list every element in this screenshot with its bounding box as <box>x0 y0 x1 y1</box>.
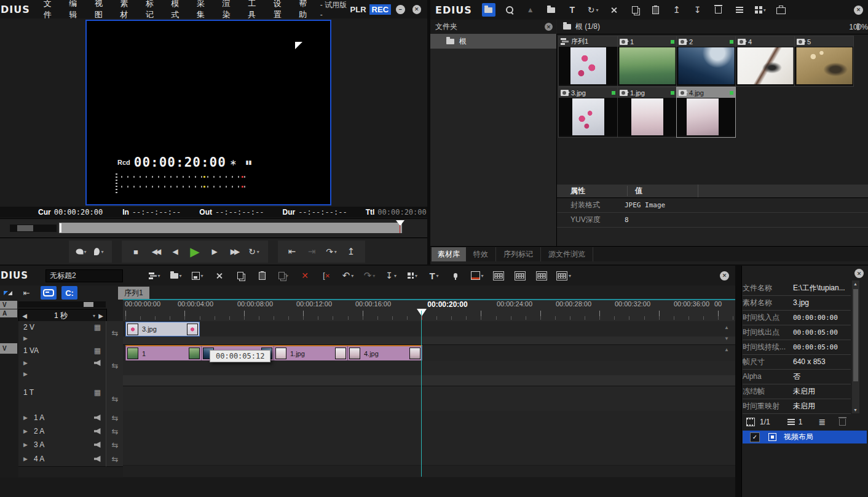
asset-card-4jpg-selected[interactable]: 4.jpg <box>676 87 736 138</box>
menu-tools[interactable]: 工具 <box>248 0 263 20</box>
lane-1t[interactable] <box>123 386 735 412</box>
lane-1va-audio[interactable] <box>123 361 735 375</box>
play-around-button[interactable]: ↷▾ <box>325 245 338 258</box>
edge-tab-v[interactable]: V <box>0 301 17 309</box>
asset-card-5[interactable]: 5 <box>794 36 854 87</box>
open-project-button[interactable]: ▾ <box>169 269 183 282</box>
timeline-close-icon[interactable]: ✕ <box>720 271 729 280</box>
rec-mode-button[interactable]: REC <box>369 4 391 15</box>
ripple-mode-button[interactable] <box>41 286 57 300</box>
track-sync-2a[interactable]: ⇆ <box>106 424 124 439</box>
export-button[interactable]: ↥ <box>344 245 358 258</box>
track-sync-1a[interactable]: ⇆ <box>106 411 124 425</box>
add-marker-button[interactable]: ↧▾ <box>384 269 398 282</box>
asset-card-3jpg[interactable]: 3.jpg <box>558 87 618 138</box>
keyboard-panel-button-1[interactable] <box>492 269 505 282</box>
bin-new-title-button[interactable]: T <box>566 3 579 17</box>
title-button[interactable]: T▾ <box>427 269 441 282</box>
tab-bin[interactable]: 素材库 <box>432 247 466 261</box>
speaker-icon[interactable] <box>94 415 101 421</box>
track-patch-button[interactable] <box>1 286 15 300</box>
bin-thumb-view-button[interactable]: ▾ <box>754 3 767 17</box>
layout-checkbox[interactable]: ✓ <box>750 432 760 442</box>
asset-card-2[interactable]: 2 <box>676 36 736 87</box>
render-button[interactable]: ▾ <box>470 269 484 282</box>
lane-up2-icon[interactable]: ▲ <box>724 347 729 352</box>
lane-1a[interactable] <box>123 411 735 425</box>
scale-next-button[interactable]: ▶ <box>95 312 106 319</box>
expand-icon[interactable]: ▶ <box>23 415 28 421</box>
menu-marker[interactable]: 标记 <box>146 0 161 20</box>
timeline-ruler[interactable]: 00:00:00:00 00:00:04:00 00:00:08:00 00:0… <box>123 300 735 322</box>
paste-special-button[interactable]: ▾ <box>277 269 290 282</box>
scale-prev-button[interactable]: ◀ <box>19 312 30 319</box>
info-close-icon[interactable]: ✕ <box>854 269 864 278</box>
track-header-2v[interactable]: 2 V▦ ▶ <box>18 321 106 345</box>
track-header-4a[interactable]: ▶ 4 A <box>18 451 106 467</box>
set-out-point-button[interactable]: ▾ <box>92 245 106 258</box>
list-view-icon[interactable]: ≣ <box>818 417 826 427</box>
menu-clip[interactable]: 素材 <box>120 0 135 20</box>
bin-paste-button[interactable] <box>649 3 663 17</box>
mode-button[interactable]: ▾ <box>406 269 419 282</box>
speaker-icon[interactable] <box>94 428 101 434</box>
save-project-button[interactable]: ▾ <box>191 269 204 282</box>
asset-card-4[interactable]: 4 <box>735 36 795 87</box>
info-trash-icon[interactable] <box>839 419 846 426</box>
lane-2v-video[interactable] <box>123 321 735 336</box>
lane-up-icon[interactable]: ▲ <box>724 325 729 330</box>
lane-2v-sub[interactable] <box>123 336 735 345</box>
clip-4jpg[interactable]: 4.jpg <box>347 345 422 360</box>
tab-effects[interactable]: 特效 <box>466 247 496 261</box>
track-sync-1t[interactable]: ⇆ <box>106 386 124 412</box>
bin-close-icon[interactable]: ✕ <box>854 6 863 15</box>
sequence-tab[interactable]: 序列1 <box>118 287 149 300</box>
asset-card-1jpg[interactable]: 1.jpg <box>617 87 677 138</box>
minimize-icon[interactable]: – <box>396 5 404 14</box>
lane-4a[interactable] <box>123 451 735 466</box>
ripple-delete-button[interactable]: [✕ <box>320 269 333 282</box>
track-sync-3a[interactable]: ⇆ <box>106 438 124 452</box>
stop-button[interactable]: ■ <box>129 245 143 258</box>
track-header-1va[interactable]: 1 VA▦ ▶ ▶ <box>18 344 106 387</box>
speaker-icon[interactable] <box>94 360 101 366</box>
edge-tab-va[interactable]: V <box>0 343 17 354</box>
bin-up-folder-button[interactable]: ▲ <box>524 3 537 17</box>
set-in-point-button[interactable]: ▾ <box>75 245 89 258</box>
menu-view[interactable]: 视图 <box>95 0 110 20</box>
bin-send-to-timeline-button[interactable]: ↥ <box>670 3 684 17</box>
folder-tree-item-root[interactable]: 根 <box>430 34 556 49</box>
position-bar[interactable] <box>59 223 402 233</box>
delete-button[interactable]: ✕ <box>298 269 312 282</box>
cut-button[interactable] <box>212 269 226 282</box>
redo-button[interactable]: ↷▾ <box>363 269 376 282</box>
video-layout-row[interactable]: ✓ 视频布局 <box>743 431 867 443</box>
lane-2a[interactable] <box>123 424 735 439</box>
loop-button[interactable]: ↻▾ <box>247 245 261 258</box>
lane-down-icon[interactable]: ▼ <box>724 336 729 341</box>
bin-folder-view-button[interactable] <box>482 3 495 17</box>
properties-name-header[interactable]: 属性 <box>570 186 585 196</box>
voiceover-button[interactable] <box>449 269 462 282</box>
lane-3a[interactable] <box>123 438 735 452</box>
bin-open-folder-button[interactable] <box>545 3 558 17</box>
speaker-icon[interactable] <box>94 442 101 448</box>
expand-icon[interactable]: ▶ <box>23 442 28 448</box>
tab-source-browser[interactable]: 源文件浏览 <box>541 247 593 261</box>
paste-button[interactable] <box>255 269 269 282</box>
go-to-in-button[interactable]: ⇤ <box>285 245 299 258</box>
mini-scrollbar-thumb[interactable] <box>84 302 93 307</box>
fast-forward-button[interactable]: ▶▶ <box>227 245 241 258</box>
position-playhead-icon[interactable] <box>396 220 404 226</box>
shuttle-track[interactable] <box>10 225 57 232</box>
tab-sequence-marker[interactable]: 序列标记 <box>496 247 541 261</box>
playhead-icon[interactable] <box>417 309 427 316</box>
bin-toolbox-button[interactable] <box>775 3 788 17</box>
menu-mode[interactable]: 模式 <box>171 0 186 20</box>
shuttle-thumb[interactable] <box>17 225 33 231</box>
properties-value-header[interactable]: 值 <box>627 186 642 196</box>
expand-icon[interactable]: ▶ <box>23 456 28 462</box>
bin-search-button[interactable] <box>503 3 516 17</box>
track-sync-2v[interactable]: ⇆ <box>106 321 124 345</box>
menu-settings[interactable]: 设置 <box>274 0 289 20</box>
